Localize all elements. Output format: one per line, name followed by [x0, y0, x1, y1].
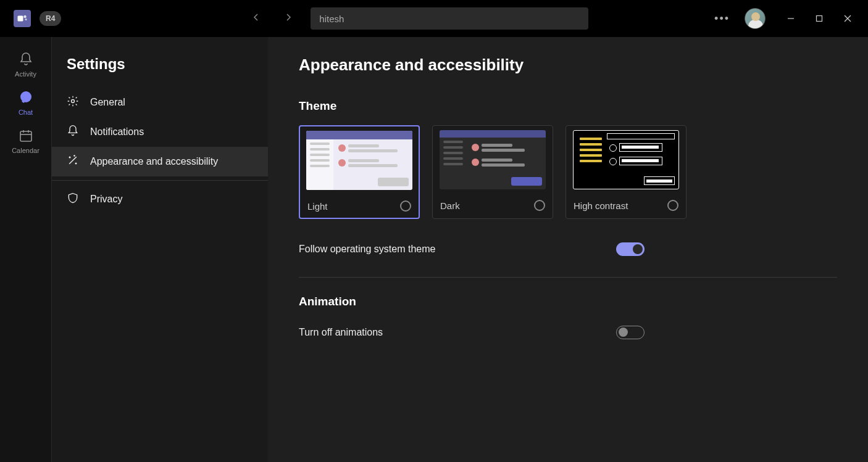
- svg-rect-8: [20, 131, 31, 141]
- window-maximize-button[interactable]: [805, 8, 833, 29]
- nav-back-button[interactable]: [246, 7, 266, 30]
- nav-label: Notifications: [90, 126, 144, 138]
- search-text: hitesh: [319, 14, 344, 24]
- radio-icon: [400, 200, 411, 212]
- settings-content: Appearance and accessibility Theme: [268, 37, 868, 462]
- settings-nav-notifications[interactable]: Notifications: [52, 117, 268, 147]
- svg-rect-4: [817, 16, 822, 22]
- theme-preview-high-contrast: [566, 126, 686, 194]
- rail-label: Calendar: [12, 147, 40, 154]
- bell-icon: [19, 52, 33, 68]
- rail-label: Activity: [15, 70, 36, 78]
- bell-icon: [67, 125, 79, 139]
- svg-point-7: [20, 91, 31, 102]
- gear-icon: [67, 95, 79, 110]
- rail-item-activity[interactable]: Activity: [6, 46, 46, 84]
- svg-point-15: [74, 155, 75, 156]
- chat-icon: [19, 90, 33, 106]
- settings-nav-privacy[interactable]: Privacy: [52, 184, 268, 214]
- nav-label: General: [90, 97, 125, 108]
- rail-label: Chat: [19, 109, 33, 116]
- animation-section-title: Animation: [299, 295, 837, 308]
- turn-off-animations-label: Turn off animations: [299, 327, 383, 338]
- turn-off-animations-toggle[interactable]: [616, 326, 645, 339]
- app-rail: Activity Chat Calendar: [0, 37, 52, 462]
- svg-point-2: [25, 19, 27, 20]
- svg-point-1: [23, 15, 27, 19]
- rail-item-chat[interactable]: Chat: [6, 84, 46, 122]
- radio-icon: [534, 200, 545, 211]
- titlebar: R4 hitesh •••: [0, 0, 868, 37]
- profile-avatar[interactable]: [745, 8, 766, 29]
- teams-app-icon: [14, 10, 31, 27]
- svg-point-13: [69, 157, 70, 158]
- magic-wand-icon: [67, 154, 79, 169]
- radio-icon: [667, 200, 678, 211]
- theme-label: Dark: [440, 200, 460, 211]
- window-close-button[interactable]: [833, 8, 862, 29]
- section-divider: [299, 277, 837, 278]
- follow-os-theme-toggle[interactable]: [616, 242, 645, 256]
- nav-divider: [52, 180, 268, 181]
- nav-label: Privacy: [90, 194, 122, 205]
- theme-option-dark[interactable]: Dark: [432, 125, 553, 219]
- settings-title: Settings: [52, 56, 268, 88]
- nav-label: Appearance and accessibility: [90, 156, 218, 167]
- theme-option-high-contrast[interactable]: High contrast: [565, 125, 686, 219]
- settings-nav-appearance[interactable]: Appearance and accessibility: [52, 147, 268, 176]
- settings-nav-general[interactable]: General: [52, 88, 268, 117]
- theme-preview-dark: [433, 126, 553, 194]
- shield-icon: [67, 192, 79, 207]
- theme-label: Light: [307, 201, 328, 212]
- search-input[interactable]: hitesh: [311, 7, 588, 30]
- follow-os-theme-label: Follow operating system theme: [299, 244, 435, 255]
- theme-option-light[interactable]: Light: [299, 125, 420, 219]
- theme-section-title: Theme: [299, 99, 837, 113]
- rail-item-calendar[interactable]: Calendar: [6, 122, 46, 160]
- theme-preview-light: [300, 126, 419, 194]
- org-badge[interactable]: R4: [40, 11, 61, 26]
- nav-forward-button[interactable]: [278, 7, 298, 30]
- svg-point-14: [75, 163, 77, 164]
- theme-label: High contrast: [574, 200, 628, 211]
- window-minimize-button[interactable]: [777, 8, 805, 29]
- svg-rect-0: [18, 16, 23, 22]
- svg-point-12: [72, 100, 75, 103]
- settings-sidebar: Settings General Notifications Appearanc…: [52, 37, 268, 462]
- more-options-button[interactable]: •••: [711, 9, 733, 29]
- calendar-icon: [19, 128, 33, 144]
- page-title: Appearance and accessibility: [299, 56, 837, 75]
